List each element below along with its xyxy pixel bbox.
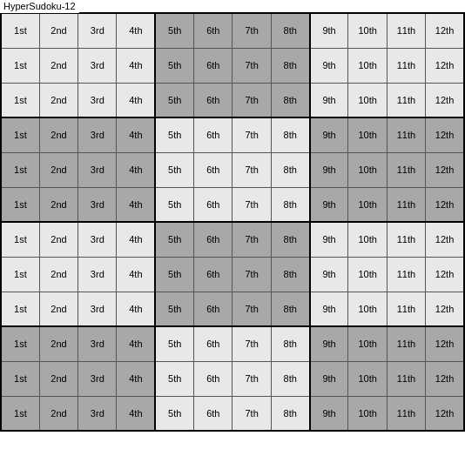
cell-1-10: 11th [387,48,425,83]
cell-1-6: 7th [232,48,271,83]
cell-11-3: 4th [117,396,155,431]
cell-3-0: 1st [1,117,39,152]
cell-1-1: 2nd [39,48,78,83]
cell-0-10: 11th [387,13,425,48]
cell-6-10: 11th [387,222,425,257]
cell-0-5: 6th [194,13,232,48]
cell-2-1: 2nd [39,83,78,117]
cell-8-6: 7th [232,292,271,326]
cell-10-2: 3rd [78,361,117,396]
cell-6-0: 1st [1,222,39,257]
cell-8-5: 6th [194,292,232,326]
cell-3-9: 10th [348,117,387,152]
cell-7-3: 4th [117,257,155,292]
cell-7-8: 9th [310,257,348,292]
cell-7-7: 8th [271,257,309,292]
cell-11-5: 6th [194,396,232,431]
cell-11-0: 1st [1,396,39,431]
cell-6-3: 4th [117,222,155,257]
cell-1-9: 10th [348,48,387,83]
cell-1-7: 8th [271,48,309,83]
cell-11-7: 8th [271,396,309,431]
table-row: 1st2nd3rd4th5th6th7th8th9th10th11th12th [1,117,464,152]
cell-7-6: 7th [232,257,271,292]
table-row: 1st2nd3rd4th5th6th7th8th9th10th11th12th [1,396,464,431]
cell-7-10: 11th [387,257,425,292]
cell-4-5: 6th [194,152,232,187]
cell-5-11: 12th [426,187,464,222]
cell-2-8: 9th [310,83,348,117]
cell-2-3: 4th [117,83,155,117]
cell-8-3: 4th [117,292,155,326]
cell-6-5: 6th [194,222,232,257]
cell-2-9: 10th [348,83,387,117]
table-row: 1st2nd3rd4th5th6th7th8th9th10th11th12th [1,152,464,187]
cell-9-6: 7th [232,326,271,361]
cell-7-0: 1st [1,257,39,292]
cell-0-2: 3rd [78,13,117,48]
cell-4-2: 3rd [78,152,117,187]
cell-3-4: 5th [155,117,193,152]
cell-5-7: 8th [271,187,309,222]
cell-9-5: 6th [194,326,232,361]
cell-3-7: 8th [271,117,309,152]
cell-0-7: 8th [271,13,309,48]
sudoku-grid: 1st2nd3rd4th5th6th7th8th9th10th11th12th1… [0,12,465,432]
cell-11-8: 9th [310,396,348,431]
cell-2-4: 5th [155,83,193,117]
cell-10-9: 10th [348,361,387,396]
cell-9-4: 5th [155,326,193,361]
cell-6-11: 12th [426,222,464,257]
cell-10-6: 7th [232,361,271,396]
cell-1-4: 5th [155,48,193,83]
cell-9-10: 11th [387,326,425,361]
cell-7-2: 3rd [78,257,117,292]
cell-10-1: 2nd [39,361,78,396]
cell-9-11: 12th [426,326,464,361]
cell-2-7: 8th [271,83,309,117]
cell-5-3: 4th [117,187,155,222]
cell-4-7: 8th [271,152,309,187]
cell-0-4: 5th [155,13,193,48]
cell-8-10: 11th [387,292,425,326]
cell-6-7: 8th [271,222,309,257]
table-row: 1st2nd3rd4th5th6th7th8th9th10th11th12th [1,83,464,117]
cell-3-2: 3rd [78,117,117,152]
cell-1-0: 1st [1,48,39,83]
table-row: 1st2nd3rd4th5th6th7th8th9th10th11th12th [1,48,464,83]
cell-8-0: 1st [1,292,39,326]
cell-7-11: 12th [426,257,464,292]
cell-3-3: 4th [117,117,155,152]
cell-1-11: 12th [426,48,464,83]
cell-4-6: 7th [232,152,271,187]
cell-10-0: 1st [1,361,39,396]
cell-2-2: 3rd [78,83,117,117]
cell-3-5: 6th [194,117,232,152]
cell-5-4: 5th [155,187,193,222]
cell-1-2: 3rd [78,48,117,83]
cell-6-9: 10th [348,222,387,257]
cell-5-8: 9th [310,187,348,222]
cell-10-7: 8th [271,361,309,396]
cell-2-5: 6th [194,83,232,117]
cell-4-4: 5th [155,152,193,187]
cell-9-7: 8th [271,326,309,361]
cell-0-6: 7th [232,13,271,48]
grid-container: 1st2nd3rd4th5th6th7th8th9th10th11th12th1… [0,12,465,432]
title-bar: HyperSudoku-12 [0,0,465,12]
app-title: HyperSudoku-12 [0,0,79,13]
cell-11-2: 3rd [78,396,117,431]
cell-11-11: 12th [426,396,464,431]
cell-4-1: 2nd [39,152,78,187]
cell-10-8: 9th [310,361,348,396]
cell-4-11: 12th [426,152,464,187]
cell-5-2: 3rd [78,187,117,222]
cell-2-10: 11th [387,83,425,117]
cell-1-3: 4th [117,48,155,83]
cell-11-10: 11th [387,396,425,431]
cell-3-11: 12th [426,117,464,152]
cell-5-6: 7th [232,187,271,222]
cell-6-4: 5th [155,222,193,257]
cell-4-0: 1st [1,152,39,187]
cell-5-5: 6th [194,187,232,222]
